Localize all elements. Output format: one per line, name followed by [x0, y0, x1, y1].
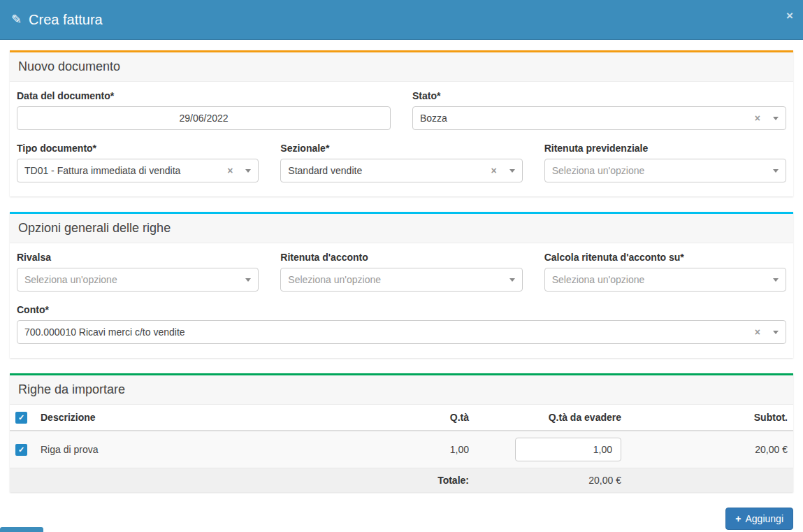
chevron-down-icon	[245, 278, 251, 282]
rivalsa-label: Rivalsa	[17, 252, 259, 263]
footer-actions: + Aggiungi	[10, 508, 793, 530]
row-qta: 1,00	[410, 431, 475, 468]
conto-select[interactable]: 700.000010 Ricavi merci c/to vendite ×	[17, 320, 786, 344]
totale-label: Totale:	[10, 468, 475, 493]
stato-select[interactable]: Bozza ×	[412, 106, 786, 130]
row-subtot: 20,00 €	[627, 431, 793, 468]
clear-icon[interactable]: ×	[227, 166, 233, 175]
table-row: ✓ Riga di prova 1,00 20,00 €	[10, 431, 793, 468]
data-documento-label: Data del documento*	[17, 90, 391, 101]
aggiungi-label: Aggiungi	[746, 513, 784, 524]
ritenuta-previdenziale-placeholder: Seleziona un'opzione	[552, 165, 773, 176]
field-sezionale: Sezionale* Standard vendite ×	[280, 143, 522, 182]
section-righe-header: Righe da importare	[10, 375, 793, 405]
field-rivalsa: Rivalsa Seleziona un'opzione	[17, 252, 259, 292]
check-icon: ✓	[18, 414, 24, 422]
row-checkbox[interactable]: ✓	[15, 444, 27, 456]
calcola-ritenuta-placeholder: Seleziona un'opzione	[552, 274, 773, 285]
field-calcola-ritenuta: Calcola ritenuta d'acconto su* Seleziona…	[544, 252, 786, 292]
col-header-descrizione: Descrizione	[35, 405, 410, 431]
field-data-documento: Data del documento*	[17, 90, 391, 130]
ritenuta-acconto-select[interactable]: Seleziona un'opzione	[280, 268, 522, 292]
data-documento-input[interactable]	[17, 106, 391, 130]
col-header-qta: Q.tà	[410, 405, 475, 431]
stato-label: Stato*	[412, 90, 786, 101]
obscured-button[interactable]	[0, 527, 43, 532]
chevron-down-icon	[773, 331, 779, 334]
ritenuta-acconto-placeholder: Seleziona un'opzione	[288, 274, 509, 285]
section-title-opzioni-generali: Opzioni generali delle righe	[18, 221, 785, 236]
calcola-ritenuta-select[interactable]: Seleziona un'opzione	[544, 268, 786, 292]
ritenuta-acconto-label: Ritenuta d'acconto	[280, 252, 522, 263]
totale-value: 20,00 €	[475, 468, 627, 493]
sezionale-label: Sezionale*	[280, 143, 522, 154]
chevron-down-icon	[509, 169, 515, 173]
modal-body: Nuovo documento Data del documento* Stat…	[0, 40, 803, 530]
chevron-down-icon	[509, 278, 515, 282]
ritenuta-previdenziale-select[interactable]: Seleziona un'opzione	[544, 159, 786, 182]
col-header-subtot: Subtot.	[627, 405, 793, 431]
field-conto: Conto* 700.000010 Ricavi merci c/to vend…	[17, 304, 786, 344]
chevron-down-icon	[245, 169, 251, 173]
conto-selected-value: 700.000010 Ricavi merci c/to vendite	[24, 326, 755, 338]
field-stato: Stato* Bozza ×	[412, 90, 786, 130]
chevron-down-icon	[773, 278, 779, 282]
conto-label: Conto*	[17, 304, 786, 315]
chevron-down-icon	[773, 117, 779, 120]
modal-title: Crea fattura	[29, 12, 103, 28]
tipo-documento-selected-value: TD01 - Fattura immediata di vendita	[24, 165, 227, 176]
field-ritenuta-previdenziale: Ritenuta previdenziale Seleziona un'opzi…	[544, 143, 786, 182]
clear-icon[interactable]: ×	[491, 166, 496, 175]
section-opzioni-generali-body: Rivalsa Seleziona un'opzione Ritenuta d'…	[10, 243, 793, 358]
qta-da-evadere-input[interactable]	[515, 438, 621, 461]
table-header-row: ✓ Descrizione Q.tà Q.tà da evadere Subto…	[10, 405, 793, 431]
pencil-icon: ✎	[11, 12, 22, 27]
clear-icon[interactable]: ×	[755, 113, 760, 123]
plus-icon: +	[735, 513, 741, 524]
check-icon: ✓	[18, 446, 24, 454]
section-opzioni-generali: Opzioni generali delle righe Rivalsa Sel…	[10, 212, 793, 358]
tipo-documento-select[interactable]: TD01 - Fattura immediata di vendita ×	[17, 159, 259, 182]
tipo-documento-label: Tipo documento*	[17, 143, 259, 154]
stato-selected-value: Bozza	[420, 113, 755, 124]
field-ritenuta-acconto: Ritenuta d'acconto Seleziona un'opzione	[280, 252, 522, 292]
section-nuovo-documento: Nuovo documento Data del documento* Stat…	[10, 50, 793, 196]
section-title-righe: Righe da importare	[18, 382, 785, 397]
rivalsa-placeholder: Seleziona un'opzione	[24, 274, 245, 285]
section-title-nuovo-documento: Nuovo documento	[18, 59, 785, 74]
select-all-checkbox[interactable]: ✓	[15, 412, 27, 424]
clear-icon[interactable]: ×	[755, 327, 760, 337]
section-nuovo-documento-body: Data del documento* Stato* Bozza × Tipo …	[10, 82, 793, 196]
righe-table: ✓ Descrizione Q.tà Q.tà da evadere Subto…	[10, 405, 793, 492]
totale-row: Totale: 20,00 €	[10, 468, 793, 493]
close-button[interactable]: ×	[786, 10, 793, 22]
calcola-ritenuta-label: Calcola ritenuta d'acconto su*	[544, 252, 786, 263]
section-nuovo-documento-header: Nuovo documento	[10, 52, 793, 82]
ritenuta-previdenziale-label: Ritenuta previdenziale	[544, 143, 786, 154]
aggiungi-button[interactable]: + Aggiungi	[725, 508, 793, 530]
field-tipo-documento: Tipo documento* TD01 - Fattura immediata…	[17, 143, 259, 182]
row-descrizione: Riga di prova	[35, 431, 410, 468]
sezionale-select[interactable]: Standard vendite ×	[280, 159, 522, 182]
section-opzioni-generali-header: Opzioni generali delle righe	[10, 214, 793, 243]
modal-header: ✎ Crea fattura ×	[0, 0, 803, 40]
section-righe-da-importare: Righe da importare ✓ Descrizione Q.tà Q.…	[10, 373, 793, 492]
col-header-qta-da-evadere: Q.tà da evadere	[475, 405, 627, 431]
chevron-down-icon	[773, 169, 779, 173]
sezionale-selected-value: Standard vendite	[288, 165, 491, 176]
rivalsa-select[interactable]: Seleziona un'opzione	[17, 268, 259, 292]
